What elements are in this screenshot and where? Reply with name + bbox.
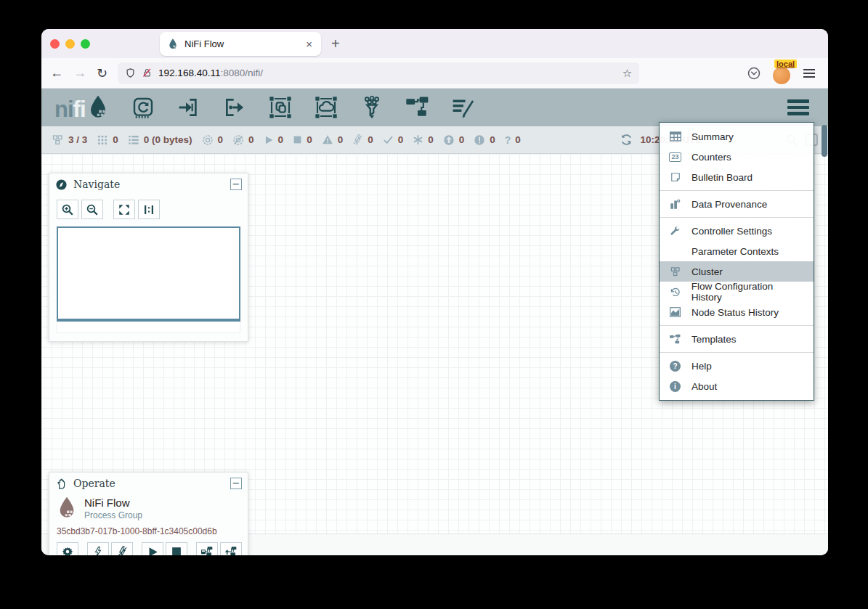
- upload-template-button[interactable]: [220, 542, 242, 555]
- birdseye-footer: [57, 322, 240, 333]
- insecure-lock-icon[interactable]: [142, 68, 153, 78]
- bolt-slash-icon: [352, 134, 363, 145]
- input-port-component-icon[interactable]: [177, 95, 201, 120]
- pocket-icon[interactable]: [747, 66, 761, 81]
- global-menu: Summary 23 Counters Bulletin Board Data …: [659, 122, 814, 401]
- queued-status: 0 (0 bytes): [128, 134, 192, 146]
- configure-button[interactable]: [57, 542, 78, 555]
- menu-item-help[interactable]: ? Help: [660, 356, 814, 376]
- funnel-component-icon[interactable]: [360, 95, 384, 120]
- flow-name: NiFi Flow: [84, 496, 142, 509]
- summary-table-icon: [668, 131, 682, 142]
- label-component-icon[interactable]: [451, 95, 476, 120]
- queued-list-icon: [128, 134, 139, 146]
- warning-triangle-icon: [322, 134, 333, 145]
- navigate-buttons: [49, 195, 248, 222]
- global-menu-button[interactable]: [787, 99, 815, 115]
- logo-ni: ni: [54, 98, 73, 120]
- profile-badge: local: [774, 60, 797, 68]
- zoom-out-button[interactable]: [81, 200, 103, 219]
- info-icon: i: [668, 381, 682, 392]
- flow-canvas[interactable]: Navigate − Operate: [41, 154, 828, 534]
- start-button[interactable]: [142, 542, 163, 555]
- navigate-panel: Navigate −: [49, 173, 248, 342]
- cluster-cubes-icon: [668, 266, 682, 277]
- menu-item-flow-configuration-history[interactable]: Flow Configuration History: [660, 282, 814, 302]
- navigate-header: Navigate −: [49, 173, 248, 195]
- processor-component-icon[interactable]: [131, 95, 155, 120]
- profile-avatar[interactable]: local: [773, 64, 792, 83]
- enable-button[interactable]: [87, 542, 109, 555]
- collapse-operate-button[interactable]: −: [230, 478, 242, 489]
- compass-icon: [55, 179, 68, 191]
- flow-id: 35cbd3b7-017b-1000-8bff-1c3405c00d6b: [49, 520, 248, 538]
- output-port-component-icon[interactable]: [222, 95, 247, 120]
- menu-separator: [660, 352, 814, 353]
- data-provenance-icon: [668, 199, 682, 210]
- operate-buttons-row-1: [49, 538, 248, 555]
- menu-item-bulletin-board[interactable]: Bulletin Board: [660, 167, 814, 187]
- new-tab-button[interactable]: +: [331, 36, 340, 52]
- remote-process-group-component-icon[interactable]: [314, 95, 338, 120]
- menu-item-node-status-history[interactable]: Node Status History: [660, 302, 814, 322]
- nifi-drop-icon: [87, 94, 109, 120]
- history-icon: [668, 287, 682, 298]
- back-button[interactable]: ←: [50, 65, 63, 81]
- zoom-actual-size-button[interactable]: [138, 200, 160, 219]
- refresh-icon[interactable]: [620, 134, 633, 146]
- forward-button: →: [73, 65, 86, 81]
- menu-item-parameter-contexts[interactable]: Parameter Contexts: [660, 241, 814, 261]
- browser-window: NiFi Flow × + ← → ↻ 192.168.40.11:8080/n…: [41, 29, 828, 555]
- process-group-component-icon[interactable]: [268, 95, 293, 120]
- nifi-header: nifi: [41, 89, 828, 126]
- stop-button[interactable]: [166, 542, 187, 555]
- transmitting-status: 0: [202, 134, 224, 146]
- operate-title: Operate: [73, 478, 115, 489]
- birdseye-view[interactable]: [57, 226, 240, 322]
- asterisk-icon: [413, 134, 423, 145]
- template-icon: [668, 334, 682, 345]
- stop-icon: [293, 135, 302, 144]
- create-template-button[interactable]: [196, 542, 218, 555]
- component-toolbar: [131, 95, 476, 120]
- operate-header: Operate −: [49, 473, 248, 494]
- close-tab-icon[interactable]: ×: [304, 38, 314, 50]
- zoom-in-button[interactable]: [57, 200, 78, 219]
- zoom-fit-button[interactable]: [113, 200, 135, 219]
- close-window-button[interactable]: [50, 39, 60, 49]
- flow-type: Process Group: [84, 510, 142, 520]
- zoom-window-button[interactable]: [81, 39, 90, 49]
- menu-item-templates[interactable]: Templates: [660, 329, 814, 349]
- url-bar[interactable]: 192.168.40.11:8080/nifi/ ☆: [118, 62, 639, 84]
- menu-item-data-provenance[interactable]: Data Provenance: [660, 194, 814, 214]
- shield-icon[interactable]: [125, 68, 136, 78]
- bookmark-star-icon[interactable]: ☆: [622, 67, 632, 80]
- transmitting-icon: [202, 134, 214, 146]
- tab-title: NiFi Flow: [184, 38, 304, 49]
- check-icon: [383, 134, 394, 145]
- counters-icon: 23: [668, 152, 682, 162]
- browser-tab[interactable]: NiFi Flow ×: [160, 32, 321, 56]
- logo-fi: fi: [73, 98, 86, 120]
- collapse-navigate-button[interactable]: −: [230, 179, 242, 190]
- selected-component-info: NiFi Flow Process Group: [49, 494, 248, 520]
- sync-failure-status: ? 0: [505, 134, 521, 146]
- operate-panel: Operate − NiFi Flow Process Group 35cbd3…: [49, 472, 248, 555]
- disable-button[interactable]: [111, 542, 133, 555]
- menu-item-counters[interactable]: 23 Counters: [660, 147, 814, 167]
- nifi-logo: nifi: [54, 94, 109, 120]
- menu-item-about[interactable]: i About: [660, 376, 814, 396]
- not-transmitting-icon: [232, 134, 244, 146]
- reload-button[interactable]: ↻: [97, 65, 108, 81]
- arrow-up-circle-icon: [443, 134, 455, 146]
- menu-separator: [660, 217, 814, 218]
- not-transmitting-status: 0: [232, 134, 254, 146]
- browser-toolbar: ← → ↻ 192.168.40.11:8080/nifi/ ☆ local: [41, 58, 828, 89]
- minimize-window-button[interactable]: [65, 39, 75, 49]
- scrollbar-thumb[interactable]: [822, 125, 827, 157]
- menu-item-summary[interactable]: Summary: [660, 126, 814, 147]
- browser-menu-icon[interactable]: [803, 69, 815, 78]
- menu-item-controller-settings[interactable]: Controller Settings: [660, 221, 814, 241]
- menu-item-cluster[interactable]: Cluster: [660, 261, 814, 282]
- template-component-icon[interactable]: [405, 95, 430, 120]
